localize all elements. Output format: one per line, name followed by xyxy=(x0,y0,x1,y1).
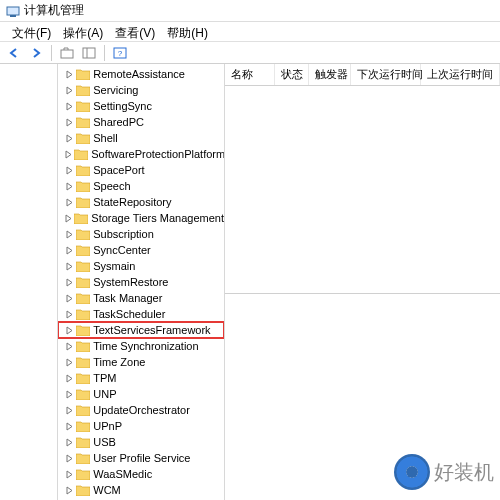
folder-icon xyxy=(76,181,90,192)
menu-file[interactable]: 文件(F) xyxy=(6,24,57,39)
expand-icon[interactable] xyxy=(64,149,73,160)
tree-item[interactable]: Task Manager xyxy=(58,290,224,306)
folder-icon xyxy=(76,117,90,128)
tree-item[interactable]: TaskScheduler xyxy=(58,306,224,322)
expand-icon[interactable] xyxy=(64,101,75,112)
tree-item[interactable]: SharedPC xyxy=(58,114,224,130)
expand-icon[interactable] xyxy=(64,229,75,240)
tree-item[interactable]: SpacePort xyxy=(58,162,224,178)
toolbar-separator xyxy=(51,45,52,61)
expand-icon[interactable] xyxy=(64,405,75,416)
tree-item[interactable]: TextServicesFramework xyxy=(58,322,224,338)
tree-item[interactable]: StateRepository xyxy=(58,194,224,210)
expand-icon[interactable] xyxy=(64,453,75,464)
tree-item[interactable]: WaaSMedic xyxy=(58,466,224,482)
expand-icon[interactable] xyxy=(64,69,75,80)
tree-item-label: USB xyxy=(93,436,116,448)
expand-icon[interactable] xyxy=(64,389,75,400)
back-button[interactable] xyxy=(4,44,24,62)
tree-item[interactable]: Sysmain xyxy=(58,258,224,274)
tree-item[interactable]: SoftwareProtectionPlatform xyxy=(58,146,224,162)
folder-icon xyxy=(74,149,88,160)
tree-item[interactable]: Time Synchronization xyxy=(58,338,224,354)
list-header: 名称 状态 触发器 下次运行时间 上次运行时间 xyxy=(225,64,500,86)
tree-item-label: WCM xyxy=(93,484,121,496)
col-nextrun[interactable]: 下次运行时间 xyxy=(351,64,421,85)
expand-icon[interactable] xyxy=(64,261,75,272)
expand-icon[interactable] xyxy=(64,357,75,368)
svg-text:?: ? xyxy=(118,49,123,58)
folder-icon xyxy=(76,245,90,256)
tree-item[interactable]: Speech xyxy=(58,178,224,194)
app-icon xyxy=(6,4,20,18)
expand-icon[interactable] xyxy=(64,213,73,224)
expand-icon[interactable] xyxy=(64,437,75,448)
expand-icon[interactable] xyxy=(64,197,75,208)
tree-item[interactable]: USB xyxy=(58,434,224,450)
list-body[interactable] xyxy=(225,86,500,294)
tree-item-label: WaaSMedic xyxy=(93,468,152,480)
expand-icon[interactable] xyxy=(64,293,75,304)
tree-item[interactable]: SystemRestore xyxy=(58,274,224,290)
expand-icon[interactable] xyxy=(64,165,75,176)
tree-item[interactable]: User Profile Service xyxy=(58,450,224,466)
tree-item[interactable]: SyncCenter xyxy=(58,242,224,258)
tree-item[interactable]: UPnP xyxy=(58,418,224,434)
tree-item[interactable]: Servicing xyxy=(58,82,224,98)
help-button[interactable]: ? xyxy=(110,44,130,62)
tree-item-label: TPM xyxy=(93,372,116,384)
folder-icon xyxy=(76,469,90,480)
tree-item[interactable]: SettingSync xyxy=(58,98,224,114)
up-button[interactable] xyxy=(57,44,77,62)
expand-icon[interactable] xyxy=(64,309,75,320)
tree-item[interactable]: UNP xyxy=(58,386,224,402)
tree-item[interactable]: Time Zone xyxy=(58,354,224,370)
tree-item[interactable]: WCM xyxy=(58,482,224,498)
tree-item-label: Task Manager xyxy=(93,292,162,304)
expand-icon[interactable] xyxy=(64,245,75,256)
col-trigger[interactable]: 触发器 xyxy=(309,64,351,85)
tree-item[interactable]: UpdateOrchestrator xyxy=(58,402,224,418)
folder-icon xyxy=(76,453,90,464)
detail-pane xyxy=(225,294,500,501)
menu-view[interactable]: 查看(V) xyxy=(109,24,161,39)
menu-action[interactable]: 操作(A) xyxy=(57,24,109,39)
expand-icon[interactable] xyxy=(64,469,75,480)
expand-icon[interactable] xyxy=(64,133,75,144)
tree-item-label: Storage Tiers Management xyxy=(91,212,224,224)
tree-item-label: SoftwareProtectionPlatform xyxy=(91,148,225,160)
col-lastrun[interactable]: 上次运行时间 xyxy=(421,64,500,85)
tree-item-label: UpdateOrchestrator xyxy=(93,404,190,416)
tree-item[interactable]: Subscription xyxy=(58,226,224,242)
show-hide-button[interactable] xyxy=(79,44,99,62)
tree-item[interactable]: RemoteAssistance xyxy=(58,66,224,82)
svg-rect-1 xyxy=(10,15,16,17)
tree-item-label: SettingSync xyxy=(93,100,152,112)
folder-icon xyxy=(76,405,90,416)
expand-icon[interactable] xyxy=(64,373,75,384)
folder-icon xyxy=(76,69,90,80)
expand-icon[interactable] xyxy=(64,277,75,288)
forward-button[interactable] xyxy=(26,44,46,62)
tree-item[interactable]: Storage Tiers Management xyxy=(58,210,224,226)
expand-icon[interactable] xyxy=(64,421,75,432)
folder-icon xyxy=(76,373,90,384)
expand-icon[interactable] xyxy=(64,117,75,128)
folder-icon xyxy=(74,213,88,224)
toolbar-separator-2 xyxy=(104,45,105,61)
toolbar: ? xyxy=(0,42,500,64)
tree-item-label: SpacePort xyxy=(93,164,144,176)
expand-icon[interactable] xyxy=(64,485,75,496)
tree-item-label: Speech xyxy=(93,180,130,192)
tree-item[interactable]: TPM xyxy=(58,370,224,386)
expand-icon[interactable] xyxy=(64,181,75,192)
tree-pane[interactable]: RemoteAssistanceServicingSettingSyncShar… xyxy=(58,64,225,500)
tree-item[interactable]: Shell xyxy=(58,130,224,146)
menu-help[interactable]: 帮助(H) xyxy=(161,24,214,39)
col-status[interactable]: 状态 xyxy=(275,64,309,85)
col-name[interactable]: 名称 xyxy=(225,64,275,85)
expand-icon[interactable] xyxy=(64,341,75,352)
expand-icon[interactable] xyxy=(64,325,75,336)
expand-icon[interactable] xyxy=(64,85,75,96)
folder-icon xyxy=(76,229,90,240)
